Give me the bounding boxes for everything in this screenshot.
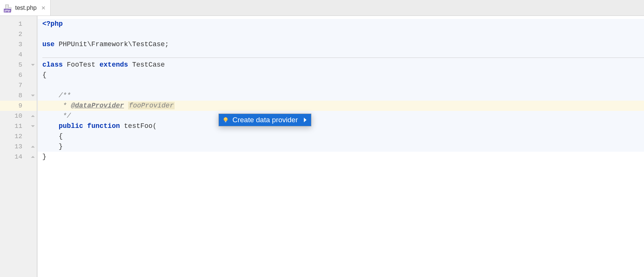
fold-icon[interactable] (31, 145, 35, 149)
line-number: 2 (0, 29, 37, 39)
code-line: use PHPUnit\Framework\TestCase; (38, 39, 644, 50)
code-line: { (38, 131, 644, 142)
code-line (38, 29, 644, 39)
intention-action-create-data-provider[interactable]: Create data provider (219, 114, 311, 126)
code-line: /** (38, 90, 644, 101)
svg-rect-1 (225, 121, 226, 122)
line-gutter: 1 2 3 4 5 6 7 8 9 10 11 12 13 14 (0, 16, 37, 277)
close-icon[interactable]: ✕ (41, 5, 46, 11)
tab-bar: php test.php ✕ (0, 0, 644, 16)
line-number: 4 (0, 50, 37, 60)
line-number: 6 (0, 70, 37, 80)
code-line: { (38, 70, 644, 80)
code-line: } (38, 142, 644, 152)
code-line: */ (38, 111, 644, 121)
code-line: class FooTest extends TestCase (38, 60, 644, 70)
fold-icon[interactable] (31, 93, 35, 98)
fold-icon[interactable] (31, 63, 35, 67)
editor-window: php test.php ✕ 1 2 3 4 5 6 7 8 9 10 11 1… (0, 0, 644, 277)
line-number: 10 (0, 111, 37, 121)
line-number: 9 (0, 101, 37, 111)
line-number: 13 (0, 142, 37, 152)
code-line: <?php (38, 19, 644, 29)
line-number: 7 (0, 80, 37, 90)
chevron-right-icon (304, 118, 307, 122)
line-number: 14 (0, 152, 37, 162)
code-area[interactable]: <?php use PHPUnit\Framework\TestCase; cl… (37, 16, 644, 277)
line-number: 12 (0, 131, 37, 142)
line-number: 8 (0, 90, 37, 101)
lightbulb-icon (222, 116, 229, 124)
code-line-highlighted: * @dataProvider fooProvider (38, 101, 644, 111)
line-number: 1 (0, 19, 37, 29)
intention-label: Create data provider (232, 116, 298, 124)
tab-label: test.php (15, 5, 37, 11)
fold-icon[interactable] (31, 155, 35, 159)
code-line: } (38, 152, 644, 162)
php-file-icon: php (5, 4, 12, 12)
section-divider (42, 58, 644, 58)
line-number: 5 (0, 60, 37, 70)
line-number: 3 (0, 39, 37, 50)
intention-popup: Create data provider (218, 114, 311, 126)
line-number: 11 (0, 121, 37, 131)
code-editor[interactable]: 1 2 3 4 5 6 7 8 9 10 11 12 13 14 <?php u… (0, 16, 644, 277)
fold-icon[interactable] (31, 114, 35, 118)
code-line (38, 80, 644, 90)
file-tab[interactable]: php test.php ✕ (0, 0, 51, 16)
fold-icon[interactable] (31, 124, 35, 129)
code-line: public function testFoo( (38, 121, 644, 131)
code-line (38, 50, 644, 60)
